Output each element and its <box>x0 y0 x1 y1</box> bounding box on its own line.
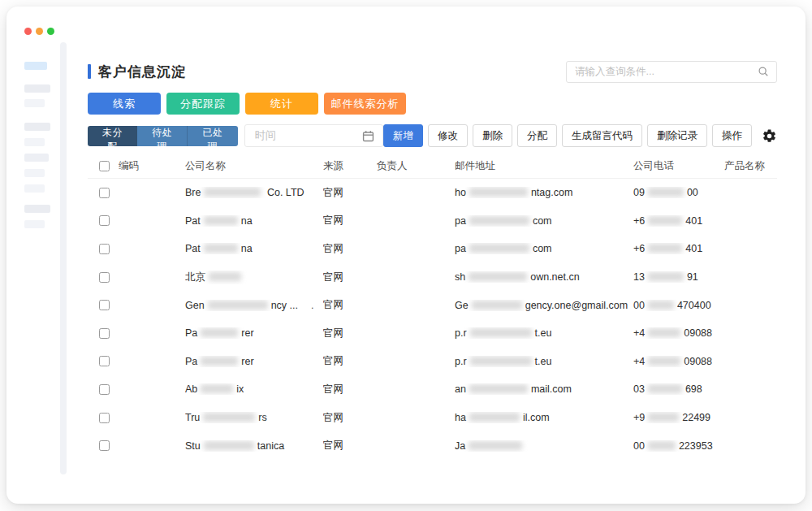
settings-gear-button[interactable] <box>762 124 777 147</box>
phone-redacted-blur <box>648 441 676 450</box>
select-all-checkbox[interactable] <box>99 161 110 171</box>
cell-phone: +6401 <box>633 243 724 254</box>
cell-company: 北京 <box>185 271 323 284</box>
row-checkbox[interactable] <box>99 440 110 451</box>
phone-visible-suffix: 470400 <box>677 300 711 311</box>
col-header-company: 公司名称 <box>185 159 323 173</box>
row-checkbox[interactable] <box>99 244 110 254</box>
email-visible-suffix: own.net.cn <box>530 271 579 283</box>
company-visible-prefix: Ab <box>185 383 197 395</box>
company-redacted-blur <box>203 413 255 422</box>
phone-visible-prefix: +4 <box>633 356 645 367</box>
sidebar-item-skeleton[interactable] <box>24 205 50 213</box>
nav-button-leads[interactable]: 线索 <box>88 93 161 115</box>
email-redacted-blur <box>469 272 527 281</box>
cell-source: 官网 <box>323 439 377 453</box>
sidebar-item-skeleton[interactable] <box>24 84 50 93</box>
row-checkbox[interactable] <box>99 300 110 310</box>
phone-redacted-blur <box>648 188 684 197</box>
delete-button[interactable]: 删除 <box>473 124 512 147</box>
email-visible-prefix: Ge <box>455 300 469 311</box>
col-header-source: 来源 <box>323 159 377 173</box>
row-checkbox[interactable] <box>99 356 110 366</box>
sidebar-item-skeleton[interactable] <box>24 138 45 146</box>
email-visible-prefix: Ja <box>455 440 465 452</box>
phone-redacted-blur <box>648 272 684 281</box>
date-placeholder: 时间 <box>255 128 276 143</box>
nav-button-email-lead-analysis[interactable]: 邮件线索分析 <box>324 93 406 115</box>
edit-button[interactable]: 修改 <box>428 124 468 147</box>
cell-company: Abix <box>185 383 323 395</box>
company-visible-prefix: Gen <box>185 300 205 311</box>
email-visible-suffix: t.eu <box>535 356 552 367</box>
table-row[interactable]: Trurs官网hail.com+922499 <box>88 404 777 432</box>
row-checkbox[interactable] <box>99 272 110 283</box>
table-row[interactable]: Patna官网pacom+6401 <box>88 235 777 263</box>
add-button[interactable]: 新增 <box>383 124 423 147</box>
email-visible-prefix: p.r <box>455 356 467 367</box>
tab-processed[interactable]: 已处理 <box>187 126 237 146</box>
main-panel: 客户信息沉淀 线索 分配跟踪 统计 邮件线索分析 未分配 <box>88 6 777 460</box>
row-checkbox[interactable] <box>99 328 110 339</box>
col-header-code: 编码 <box>119 159 185 173</box>
phone-visible-prefix: +4 <box>633 327 645 339</box>
email-visible-prefix: pa <box>455 243 466 254</box>
sidebar-item-skeleton[interactable] <box>24 184 45 193</box>
table-row[interactable]: Bre Co. LTD官网hontag.com0900 <box>88 179 777 207</box>
phone-redacted-blur <box>648 384 682 393</box>
calendar-icon[interactable] <box>362 130 374 142</box>
row-checkbox[interactable] <box>99 384 110 395</box>
row-checkbox[interactable] <box>99 215 110 226</box>
date-filter-input[interactable]: 时间 <box>244 124 383 147</box>
page-title: 客户信息沉淀 <box>98 63 186 81</box>
customer-table: 编码 公司名称 来源 负责人 邮件地址 公司电话 产品名称 Bre Co. LT… <box>88 154 777 460</box>
delete-records-button[interactable]: 删除记录 <box>647 124 707 147</box>
cell-source: 官网 <box>323 383 377 396</box>
phone-visible-suffix: 00 <box>687 187 698 198</box>
phone-redacted-blur <box>648 216 682 225</box>
filter-left: 未分配 待处理 已处理 时间 <box>88 124 383 147</box>
nav-button-assign-track[interactable]: 分配跟踪 <box>166 93 240 115</box>
search-icon[interactable] <box>758 66 769 77</box>
cell-source: 官网 <box>323 298 377 312</box>
assign-button[interactable]: 分配 <box>517 124 557 147</box>
table-row[interactable]: Stutanica官网Ja00223953 <box>88 431 777 460</box>
phone-redacted-blur <box>648 357 680 366</box>
col-header-owner: 负责人 <box>377 159 455 173</box>
sidebar-item-skeleton[interactable] <box>24 220 45 228</box>
sidebar-item-skeleton[interactable] <box>24 123 50 131</box>
email-redacted-blur <box>472 301 522 310</box>
table-row[interactable]: Patna官网pacom+6401 <box>88 207 777 236</box>
nav-button-statistics[interactable]: 统计 <box>245 93 318 115</box>
company-visible-suffix: na <box>241 243 253 254</box>
row-checkbox[interactable] <box>99 413 110 423</box>
company-visible-suffix: rs <box>258 412 266 423</box>
operations-button[interactable]: 操作 <box>712 124 752 147</box>
tab-unassigned[interactable]: 未分配 <box>88 126 137 146</box>
table-row[interactable]: Parer官网p.rt.eu+409088 <box>88 319 777 348</box>
cell-phone: +409088 <box>633 327 724 339</box>
company-visible-suffix: rer <box>241 327 253 339</box>
row-checkbox[interactable] <box>99 188 110 198</box>
cell-email: anmail.com <box>455 383 633 395</box>
search-input[interactable] <box>575 66 758 77</box>
cell-email: pacom <box>455 215 633 227</box>
generate-message-code-button[interactable]: 生成留言代码 <box>562 124 642 147</box>
table-row[interactable]: Parer官网p.rt.eu+409088 <box>88 348 777 376</box>
cell-email: hontag.com <box>455 187 633 198</box>
sidebar-item-skeleton[interactable] <box>24 99 45 107</box>
email-visible-suffix: il.com <box>523 412 550 423</box>
phone-visible-prefix: +6 <box>633 215 645 227</box>
table-row[interactable]: Abix官网anmail.com03698 <box>88 375 777 404</box>
sidebar-item-active[interactable] <box>24 62 47 70</box>
cell-phone: 03698 <box>633 383 724 395</box>
email-visible-prefix: an <box>455 383 466 395</box>
table-row[interactable]: Genncy ....官网Gegency.one@gmail.com004704… <box>88 291 777 319</box>
sidebar-item-skeleton[interactable] <box>24 154 49 162</box>
tab-pending[interactable]: 待处理 <box>137 126 187 146</box>
phone-visible-suffix: 91 <box>687 271 698 283</box>
title-accent-bar <box>88 64 91 79</box>
table-row[interactable]: 北京官网shown.net.cn1391 <box>88 263 777 292</box>
sidebar-item-skeleton[interactable] <box>24 169 45 177</box>
status-tab-group: 未分配 待处理 已处理 <box>88 126 238 146</box>
